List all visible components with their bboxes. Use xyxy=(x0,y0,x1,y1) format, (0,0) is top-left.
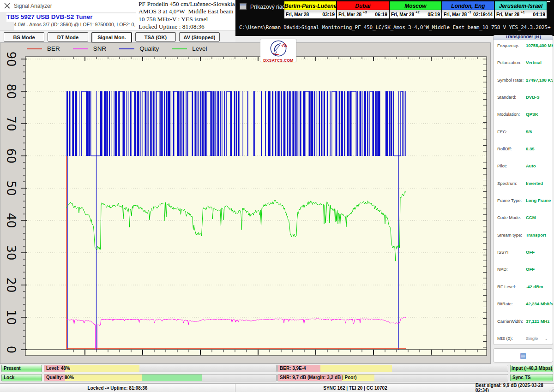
present-indicator: Present xyxy=(1,365,42,372)
transponder-row-bitrate-: BitRate:42,234 Mbit/s xyxy=(497,301,549,306)
mode-tabbar: BS ModeDT ModeSignal Mon.TSA (OK)AV (Sto… xyxy=(0,30,235,42)
chevron-down-icon[interactable]: ⌄ xyxy=(544,336,548,341)
transponder-row-code-mode-: Code Mode:CCM xyxy=(497,215,549,220)
field-value: Vertical xyxy=(526,60,542,65)
field-value: Single xyxy=(526,336,538,341)
clock-utc-offset: +3 xyxy=(363,10,367,15)
annotation-line-1: PF Prodelin 450 cm/Lučenec-Slovakia xyxy=(136,0,235,8)
annotation-line-4: Locked Uptime : 81:08:36 xyxy=(136,23,235,30)
input-bitrate-indicator: Input (~40,3 Mbps) xyxy=(510,365,553,372)
clock-tile-2: Dubai Fri, Mar 28+306:19 xyxy=(337,1,389,19)
clock-time: 02:19:44 xyxy=(473,12,493,17)
transponder-row-standard-: Standard:DVB-S xyxy=(497,95,549,100)
y-tick-90: 90 xyxy=(4,51,18,67)
transponder-row-stream-type-: Stream type:Transport xyxy=(497,232,549,238)
quality-meter: Quality: 80% xyxy=(44,374,277,381)
y-tick-70: 70 xyxy=(4,116,18,131)
chart-legend: BERSNRQualityLevel xyxy=(27,45,207,52)
dxsatcs-logo: DXSATCS.COM xyxy=(260,39,296,62)
meter-segment xyxy=(65,365,139,372)
transponder-row-symbol-rate-: Symbol Rate:27497,108 KS/s xyxy=(497,77,549,83)
field-value: Inverted xyxy=(526,181,543,186)
legend-swatch xyxy=(172,48,187,49)
legend-label: SNR xyxy=(93,45,107,52)
y-tick-40: 40 xyxy=(4,213,18,228)
console-window-icon xyxy=(240,3,247,10)
field-label: RollOff: xyxy=(497,146,526,151)
status-uptime: Locked -> Uptime: 81:08:36 xyxy=(0,384,235,392)
signal-chart-panel: BERSNRQualityLevel 0102030405060708090 D… xyxy=(0,42,491,364)
tab-dt-mode[interactable]: DT Mode xyxy=(48,32,88,42)
field-label: MIS (0): xyxy=(497,336,526,341)
meter-segment xyxy=(142,374,202,381)
tab-signal-mon-[interactable]: Signal Mon. xyxy=(91,32,132,43)
y-tick-20: 20 xyxy=(4,277,18,293)
meter-segment xyxy=(320,365,391,372)
legend-item-snr: SNR xyxy=(73,45,107,52)
field-value: DVB-S xyxy=(526,95,540,100)
clock-time: 04:19 xyxy=(533,12,545,17)
field-label: Modulation: xyxy=(497,112,526,117)
transponder-row-npd-: NPD:OFF xyxy=(497,267,549,272)
field-value: 10758,400 MHz xyxy=(526,43,553,48)
field-value: CCM xyxy=(526,215,536,220)
signal-chart[interactable] xyxy=(0,43,491,364)
clock-time: 05:19 xyxy=(428,12,440,17)
clock-city: Jerusalem-Israel xyxy=(494,1,547,10)
snr-meter: SNR: 9,7 dB (Margin: 3,2 dB | Poor) xyxy=(277,374,508,381)
field-label: RF Level: xyxy=(497,284,526,289)
transponder-rows: Frequency:10758,400 MHzPolarization:Vert… xyxy=(494,40,553,343)
tab-bs-mode[interactable]: BS Mode xyxy=(4,32,44,42)
tab-tsa-ok-[interactable]: TSA (OK) xyxy=(135,32,176,42)
clock-city: London, Eng xyxy=(442,1,494,10)
console-prompt-text[interactable]: C:\Users\Roman Dávid>Signal Monitoring_P… xyxy=(239,24,550,30)
clock-tile-4: London, Eng Fri, Mar 28-102:19:44 xyxy=(442,1,494,19)
clock-city: Moscow xyxy=(389,1,442,10)
annotation-block: PF Prodelin 450 cm/Lučenec-Slovakia AMOS… xyxy=(136,0,235,31)
tab-av-stopped-[interactable]: AV (Stopped) xyxy=(179,32,220,42)
dxsatcs-logo-text: DXSATCS.COM xyxy=(260,58,296,63)
clock-tile-1: Berlin-Paris-Lučenec Fri, Mar 2803:19 xyxy=(284,1,337,19)
field-value: Long Frame xyxy=(526,198,551,203)
legend-label: Level xyxy=(192,45,207,52)
clock-time: 03:19 xyxy=(322,12,335,17)
satellite-dish-icon xyxy=(269,40,288,58)
clock-tile-5: Jerusalem-Israel Fri, Mar 28+104:19 xyxy=(494,1,547,19)
signal-analyzer-window: Signal Analyzer TBS 5927 USB DVB-S2 Tune… xyxy=(0,0,554,392)
clock-date: Fri, Mar 28 xyxy=(338,12,361,17)
transponder-row-rf-level-: RF Level:-42 dBm xyxy=(497,284,549,289)
y-tick-10: 10 xyxy=(4,309,18,325)
field-value: OFF xyxy=(526,249,535,255)
legend-item-ber: BER xyxy=(27,45,60,52)
clock-city: Dubai xyxy=(337,1,389,10)
field-label: NPD: xyxy=(497,267,526,272)
transponder-row-frame-type-: Frame Type:Long Frame xyxy=(497,198,549,203)
ber-meter-label: BER: 3,9E-4 xyxy=(280,365,306,372)
transponder-panel: Transponder [B] Frequency:10758,400 MHzP… xyxy=(493,35,553,345)
lock-indicator: Lock xyxy=(1,374,42,381)
field-label: FEC: xyxy=(497,129,526,134)
y-tick-80: 80 xyxy=(4,83,18,99)
field-label: Frequency: xyxy=(497,43,526,48)
field-value: Transport xyxy=(526,232,546,238)
level-meter: Level: 48% xyxy=(44,365,277,372)
level-meter-label: Level: 48% xyxy=(46,365,70,372)
field-value: 5/6 xyxy=(526,129,532,134)
legend-swatch xyxy=(27,48,42,49)
transponder-row-carrierwidth-: CarrierWidth:37,121 MHz xyxy=(497,319,549,324)
legend-swatch xyxy=(119,48,134,49)
transponder-row-mis-0-[interactable]: MIS (0):Single⌄ xyxy=(497,336,549,341)
legend-label: BER xyxy=(47,45,60,52)
status-sync-counts: SYNC 162 | TEI 20 | CC 10702 xyxy=(235,384,476,392)
clock-date: Fri, Mar 28 xyxy=(496,12,519,17)
transponder-row-spectrum-: Spectrum:Inverted xyxy=(497,181,549,186)
field-value: QPSK xyxy=(526,112,538,117)
field-label: Polarization: xyxy=(497,60,526,65)
transponder-list-button[interactable]: ▤ xyxy=(493,348,553,362)
status-bar: Locked -> Uptime: 81:08:36 SYNC 162 | TE… xyxy=(0,383,554,392)
table-icon: ▤ xyxy=(520,351,526,359)
clock-city: Berlin-Paris-Lučenec xyxy=(284,1,337,10)
transponder-row-modulation-: Modulation:QPSK xyxy=(497,112,549,117)
field-label: CarrierWidth: xyxy=(497,319,526,324)
console-window: Príkazový riadok Berlin-Paris-Lučenec Fr… xyxy=(235,0,554,36)
